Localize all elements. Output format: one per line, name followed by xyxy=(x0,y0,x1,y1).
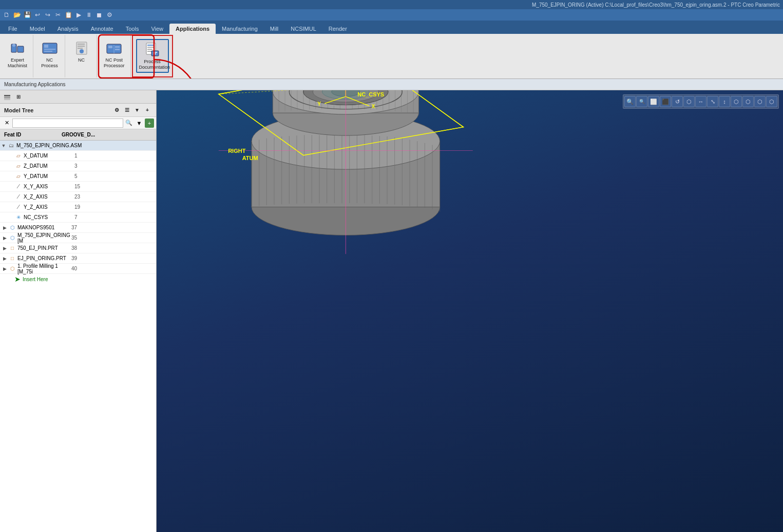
ribbon-panel: ExpertMachinist NCProcess xyxy=(0,34,783,79)
svg-rect-28 xyxy=(4,99,10,100)
tree-item-y-datum[interactable]: ▱ Y_DATUM 5 xyxy=(0,171,156,182)
expand-icon: ▶ xyxy=(1,266,8,271)
tree-item-profile-milling[interactable]: ▶ ⬡ 1. Profile Milling 1 [M_75i 40 xyxy=(0,264,156,274)
tab-applications[interactable]: Applications xyxy=(169,24,216,34)
expand-icon: ▶ xyxy=(1,256,8,261)
tab-mill[interactable]: Mill xyxy=(264,24,285,34)
pan-button[interactable]: ⬛ xyxy=(660,96,671,107)
nc-button[interactable]: NC xyxy=(70,38,93,65)
zoom-fit-button[interactable]: ⬜ xyxy=(648,96,659,107)
qa-btn4[interactable]: ⏸ xyxy=(84,10,93,19)
col-header-feat: Feat ID xyxy=(0,132,62,137)
datum-plane-icon: ▱ xyxy=(14,163,23,169)
qa-open[interactable]: 📂 xyxy=(12,10,22,19)
expand-icon: ▶ xyxy=(1,235,8,241)
search-input[interactable] xyxy=(12,119,123,128)
svg-rect-22 xyxy=(151,51,159,56)
tree-item-ejpin-oring[interactable]: ▶ □ EJ_PIN_ORING.PRT 39 xyxy=(0,253,156,264)
measure-button[interactable]: ⬡ xyxy=(766,96,777,107)
nc-label: NC xyxy=(78,57,85,63)
qa-btn2[interactable]: 📋 xyxy=(64,10,73,19)
axis-icon: ⁄ xyxy=(14,194,23,200)
svg-text:NC_CSYS: NC_CSYS xyxy=(357,91,384,97)
perspective-button[interactable]: ⤡ xyxy=(707,96,718,107)
tab-file[interactable]: File xyxy=(2,24,24,34)
display-button[interactable]: ⬡ xyxy=(742,96,754,107)
tree-item-nc-csys[interactable]: ✳ NC_CSYS 7 xyxy=(0,212,156,223)
tab-tools[interactable]: Tools xyxy=(120,24,145,34)
section-button[interactable]: ↕ xyxy=(719,96,730,107)
rotate-button[interactable]: ↺ xyxy=(672,96,683,107)
tree-item-750-ejpin[interactable]: ▶ □ 750_EJ_PIN.PRT 38 xyxy=(0,243,156,253)
ribbon-group-nc-post-processor: NC PostProcessor xyxy=(98,35,131,77)
nc-post-processor-button[interactable]: NC PostProcessor xyxy=(101,38,127,71)
qa-save[interactable]: 💾 xyxy=(23,10,32,19)
nc-process-button[interactable]: NCProcess xyxy=(38,38,62,71)
insert-here[interactable]: ➤ Insert Here xyxy=(0,274,156,284)
left-icon-layers[interactable] xyxy=(2,92,12,102)
left-icon-grid[interactable]: ⊞ xyxy=(13,92,24,102)
model-tree-title: Model Tree xyxy=(4,107,33,113)
qa-btn1[interactable]: ✂ xyxy=(53,10,63,19)
shading-button[interactable]: ⬡ xyxy=(731,96,742,107)
model-tree-header: Model Tree ⚙ ☰ ▼ + xyxy=(0,104,156,117)
tree-item-root[interactable]: ▼ 🗂 M_750_EJPIN_ORING.ASM xyxy=(0,141,156,151)
search-close-icon[interactable]: ✕ xyxy=(2,119,11,128)
zoom-in-button[interactable]: 🔍 xyxy=(624,96,636,107)
tree-item-xy-axis[interactable]: ⁄ X_Y_AXIS 15 xyxy=(0,182,156,192)
svg-text:RIGHT: RIGHT xyxy=(228,148,246,154)
item-feat-id: 37 xyxy=(71,225,102,230)
tree-item-maknops[interactable]: ▶ ⬡ MAKNOPS9501 37 xyxy=(0,223,156,233)
item-name: Y_DATUM xyxy=(23,173,74,179)
tab-ncsimul[interactable]: NCSIMUL xyxy=(284,24,322,34)
qa-redo[interactable]: ↪ xyxy=(43,10,52,19)
svg-rect-13 xyxy=(108,46,112,48)
search-add-icon[interactable]: + xyxy=(145,119,154,128)
tab-view[interactable]: View xyxy=(145,24,169,34)
svg-rect-20 xyxy=(147,49,152,50)
annotation-button[interactable]: ⬡ xyxy=(754,96,766,107)
insert-here-label: Insert Here xyxy=(23,277,48,282)
datum-plane-icon: ▱ xyxy=(14,173,23,179)
tree-add-icon[interactable]: + xyxy=(143,106,152,115)
tree-item-xz-axis[interactable]: ⁄ X_Z_AXIS 23 xyxy=(0,192,156,202)
operation-icon: ⬡ xyxy=(8,225,16,230)
search-find-icon[interactable]: 🔍 xyxy=(124,119,133,128)
tree-columns-icon[interactable]: ☰ xyxy=(122,106,131,115)
svg-text:ATUM: ATUM xyxy=(242,155,258,161)
svg-point-2 xyxy=(12,44,15,47)
tree-item-yz-axis[interactable]: ⁄ Y_Z_AXIS 19 xyxy=(0,202,156,212)
expert-machinist-icon xyxy=(9,40,26,56)
qa-settings[interactable]: ⚙ xyxy=(105,10,114,19)
title-text: M_750_EJPIN_ORING (Active) C:\Local_prof… xyxy=(532,2,780,8)
left-panel: ⊞ Model Tree ⚙ ☰ ▼ + ✕ 🔍 ▼ + Feat ID GRO… xyxy=(0,90,157,532)
tree-filter-icon[interactable]: ▼ xyxy=(132,106,142,115)
qa-new[interactable]: 🗋 xyxy=(2,10,11,19)
svg-rect-16 xyxy=(115,49,120,50)
search-filter-icon[interactable]: ▼ xyxy=(135,119,144,128)
tree-table-header: Feat ID GROOVE_D... xyxy=(0,129,156,141)
zoom-out-button[interactable]: 🔍 xyxy=(636,96,647,107)
tree-item-z-datum[interactable]: ▱ Z_DATUM 3 xyxy=(0,161,156,171)
qa-undo[interactable]: ↩ xyxy=(33,10,42,19)
tab-model[interactable]: Model xyxy=(24,24,51,34)
item-name: EJ_PIN_ORING.PRT xyxy=(16,255,71,261)
qa-btn3[interactable]: ▶ xyxy=(74,10,83,19)
tab-analysis[interactable]: Analysis xyxy=(51,24,85,34)
tree-settings-icon[interactable]: ⚙ xyxy=(112,106,121,115)
nc-icon xyxy=(73,40,90,56)
manufacturing-apps-bar: Manufacturing Applications xyxy=(0,79,783,90)
tab-manufacturing[interactable]: Manufacturing xyxy=(216,24,264,34)
quick-access-toolbar: 🗋 📂 💾 ↩ ↪ ✂ 📋 ▶ ⏸ ◼ ⚙ xyxy=(0,9,783,21)
tree-item-x-datum[interactable]: ▱ X_DATUM 1 xyxy=(0,151,156,161)
orient-button[interactable]: ↔ xyxy=(695,96,706,107)
tab-render[interactable]: Render xyxy=(322,24,353,34)
expert-machinist-button[interactable]: ExpertMachinist xyxy=(5,38,30,71)
tree-item-m750-ejpin[interactable]: ▶ ⬡ M_750_EJPIN_ORING [M 35 xyxy=(0,233,156,243)
svg-rect-4 xyxy=(44,45,48,48)
view-mode-button[interactable]: ⬡ xyxy=(683,96,695,107)
process-documentation-button[interactable]: ProcessDocumentation xyxy=(136,39,169,73)
qa-btn5[interactable]: ◼ xyxy=(94,10,104,19)
tab-annotate[interactable]: Annotate xyxy=(85,24,120,34)
svg-text:Y: Y xyxy=(317,101,321,107)
